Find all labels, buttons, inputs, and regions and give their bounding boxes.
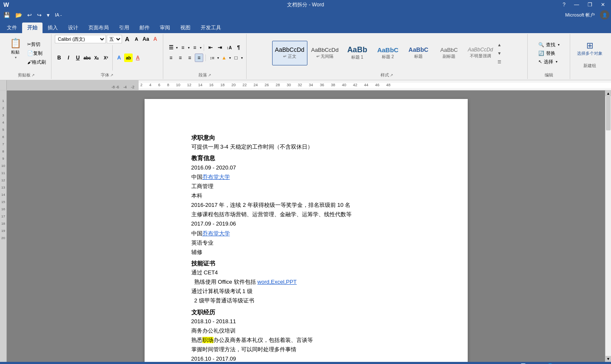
- tab-file[interactable]: 文件: [2, 23, 22, 33]
- save-button[interactable]: 💾: [2, 11, 12, 19]
- gallery-scroll-down[interactable]: ▼: [497, 51, 502, 56]
- school-2-link[interactable]: 乔布堂大学: [202, 230, 230, 237]
- tab-view[interactable]: 视图: [175, 23, 196, 33]
- style-heading1[interactable]: AaBb 标题 1: [342, 41, 372, 65]
- underline-button[interactable]: U: [74, 54, 82, 62]
- office-link[interactable]: word,Excel,PPT: [257, 279, 296, 285]
- scroll-up-button[interactable]: ▲: [605, 90, 611, 96]
- edu-courses-1: 主修课程包括市场营销、运营管理、金融学、运筹学、线性代数等: [191, 210, 421, 219]
- edu-degree-2: 辅修: [191, 248, 421, 257]
- undo-button[interactable]: ↩: [26, 11, 34, 19]
- style-heading2[interactable]: AaBbC 标题 2: [373, 41, 403, 65]
- align-center-button[interactable]: ≡: [176, 54, 185, 62]
- find-button[interactable]: 🔍 查找 ▾: [536, 41, 562, 49]
- font-grow-button[interactable]: A: [123, 35, 131, 43]
- tab-review[interactable]: 审阅: [155, 23, 175, 33]
- align-left-button[interactable]: ≡: [167, 54, 175, 62]
- highlight-button[interactable]: ab: [124, 54, 133, 62]
- skill-office: 熟练使用 Office 软件包括 word,Excel,PPT: [191, 277, 421, 287]
- tab-references[interactable]: 引用: [114, 23, 134, 33]
- gallery-scroll-up[interactable]: ▲: [497, 42, 502, 48]
- bold-button[interactable]: B: [55, 54, 63, 62]
- subscript-button[interactable]: X₂: [92, 54, 101, 62]
- open-button[interactable]: 📂: [14, 11, 24, 19]
- style-subtitle[interactable]: AaBbC 副标题: [434, 41, 464, 65]
- numbering-button[interactable]: ≡: [179, 43, 187, 52]
- font-name-select[interactable]: Calibri (西文): [55, 35, 106, 43]
- style-heading[interactable]: AaBbC 标题: [404, 41, 433, 65]
- font-size-select[interactable]: 五号: [107, 35, 122, 43]
- ruler-left-gray: -8 -6 -4 -2: [7, 80, 139, 90]
- shading-button[interactable]: ▲: [220, 54, 228, 62]
- font-group: Calibri (西文) 五号 A A Aa A B I U abc X₂ X²…: [51, 34, 163, 79]
- gallery-expand[interactable]: ☰: [497, 59, 502, 65]
- bullets-button[interactable]: ☰: [167, 43, 175, 52]
- paste-button[interactable]: 📋 粘贴 ▾: [5, 35, 26, 62]
- ribbon-tabs: 文件 开始 插入 设计 页面布局 引用 邮件 审阅 视图 开发工具: [0, 20, 611, 33]
- line-spacing-button[interactable]: ↕≡: [208, 54, 216, 62]
- document-area[interactable]: 求职意向 可提供一周 3-4 天稳定的工作时间（不含双休日） 教育信息 2016…: [7, 90, 605, 362]
- edu-school-1: 中国乔布堂大学: [191, 172, 421, 182]
- font-shrink-button[interactable]: A: [132, 35, 141, 43]
- highlight-workplace: 职场: [202, 337, 213, 343]
- new-group: ⊞ 选择多个对象 新建组: [570, 34, 609, 79]
- strikethrough-button[interactable]: abc: [83, 54, 91, 62]
- scroll-down-button[interactable]: ▼: [605, 356, 611, 362]
- document-page[interactable]: 求职意向 可提供一周 3-4 天稳定的工作时间（不含双休日） 教育信息 2016…: [145, 99, 468, 362]
- word-icon: W: [3, 1, 9, 8]
- copy-button[interactable]: 📄 复制: [26, 49, 48, 57]
- scroll-thumb[interactable]: [606, 96, 611, 130]
- ruler: -8 -6 -4 -2 2 4 6 8 10 12 14 16 18 20 22…: [0, 80, 611, 90]
- account-label[interactable]: Microsoft 帐户: [565, 12, 598, 18]
- redo-button[interactable]: ↪: [35, 11, 43, 19]
- font-color-button[interactable]: A: [134, 54, 142, 62]
- ruler-white: 2 4 6 8 10 12 14 16 18 20 22 24 26 28 30…: [139, 83, 611, 88]
- vertical-ruler: 1 2 3 4 5 6 7 8 9 10 11 12 13 14 15 16 1…: [0, 90, 7, 362]
- tab-insert[interactable]: 插入: [43, 23, 63, 33]
- borders-button[interactable]: □: [232, 54, 240, 62]
- style-subtle-emphasis[interactable]: AaBbCcDd 不明显强调: [465, 41, 496, 65]
- tab-mailings[interactable]: 邮件: [134, 23, 155, 33]
- tab-layout[interactable]: 页面布局: [83, 23, 114, 33]
- tab-home[interactable]: 开始: [22, 23, 43, 33]
- tab-design[interactable]: 设计: [63, 23, 83, 33]
- editing-group: 🔍 查找 ▾ 🔄 替换 ↖ 选择 ▾ 编辑: [528, 34, 570, 79]
- justify-button[interactable]: ≡: [195, 54, 203, 62]
- decrease-indent-button[interactable]: ⇤: [206, 43, 215, 52]
- format-painter-button[interactable]: 🖌 格式刷: [26, 58, 48, 66]
- increase-indent-button[interactable]: ⇥: [216, 43, 224, 52]
- select-button[interactable]: ↖ 选择 ▾: [536, 58, 562, 66]
- multilevel-button[interactable]: ≡: [190, 43, 199, 52]
- align-right-button[interactable]: ≡: [185, 54, 194, 62]
- styles-group: AaBbCcDd ↵ 正文 AaBbCcDd ↵ 无间隔 AaBb 标题 1 A…: [247, 34, 528, 79]
- text-effect-button[interactable]: A: [115, 54, 123, 62]
- clear-format-button[interactable]: A: [151, 35, 159, 43]
- style-no-space[interactable]: AaBbCcDd ↵ 无间隔: [308, 41, 341, 65]
- sort-button[interactable]: ↕A: [225, 43, 233, 52]
- help-button[interactable]: ?: [560, 2, 568, 8]
- section-experience: 文职经历 2018.10 - 2018.11 商务办公礼仪培训 熟悉职场办公及商…: [191, 308, 421, 362]
- user-avatar: 👤: [600, 10, 609, 20]
- tab-developer[interactable]: 开发工具: [196, 23, 226, 33]
- replace-button[interactable]: 🔄 替换: [536, 49, 562, 57]
- superscript-button[interactable]: X²: [102, 54, 110, 62]
- customize-qa-button[interactable]: ▾: [45, 11, 51, 19]
- ruler-corner: [0, 80, 7, 90]
- edu-school-2: 中国乔布堂大学: [191, 229, 421, 238]
- school-1-link[interactable]: 乔布堂大学: [202, 174, 230, 180]
- scroll-track: [605, 96, 611, 356]
- show-marks-button[interactable]: ¶: [234, 43, 243, 52]
- skill-mandarin: 2 级甲等普通话等级证书: [191, 296, 421, 305]
- select-objects-button[interactable]: ⊞ 选择多个对象: [574, 35, 606, 62]
- change-case-button[interactable]: Aa: [142, 35, 150, 43]
- restore-button[interactable]: ❐: [585, 2, 595, 8]
- italic-button[interactable]: I: [64, 54, 73, 62]
- minimize-button[interactable]: —: [571, 2, 582, 8]
- edu-major-2: 英语专业: [191, 238, 421, 248]
- copy-icon: 📄: [27, 51, 33, 56]
- cut-button[interactable]: ✂ 剪切: [26, 40, 48, 48]
- vertical-scrollbar[interactable]: ▲ ▼: [605, 90, 611, 362]
- style-normal[interactable]: AaBbCcDd ↵ 正文: [272, 41, 307, 65]
- font-separator: [112, 45, 113, 71]
- close-button[interactable]: ✕: [598, 2, 608, 8]
